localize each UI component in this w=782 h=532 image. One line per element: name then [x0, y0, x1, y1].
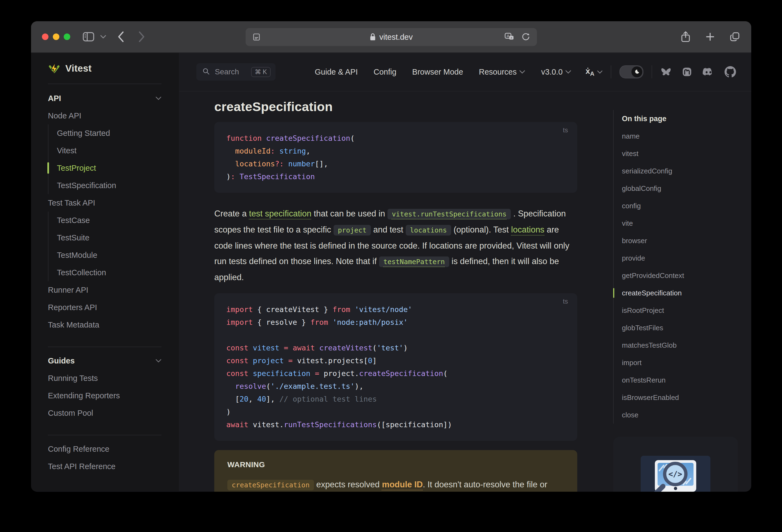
doc-content: createSpecification ts function createSp… [179, 92, 613, 492]
sidebar-item-running-tests[interactable]: Running Tests [48, 369, 162, 387]
sidebar-item-task-metadata[interactable]: Task Metadata [48, 316, 162, 333]
tab-overview-icon[interactable] [730, 31, 740, 42]
reload-icon[interactable] [521, 32, 530, 42]
outline-item-matchestestglob[interactable]: matchesTestGlob [622, 336, 751, 354]
code-block-example[interactable]: ts import { createVitest } from 'vitest/… [214, 293, 577, 441]
divider [48, 347, 162, 347]
minimize-window-button[interactable] [53, 34, 59, 40]
sidebar-item-testcase[interactable]: TestCase [57, 212, 162, 229]
sidebar-item-reporters-api[interactable]: Reporters API [48, 299, 162, 316]
code-block-signature[interactable]: ts function createSpecification( moduleI… [214, 122, 577, 193]
url-text: vitest.dev [379, 33, 413, 42]
code-inspection-illustration: </> [641, 456, 710, 492]
outline-item-provide[interactable]: provide [622, 249, 751, 267]
inline-code-link-vitest.runtestspecifications[interactable]: vitest.runTestSpecifications [387, 209, 511, 219]
page-menu-icon[interactable] [252, 33, 261, 41]
inline-code-link-testnamepattern[interactable]: testNamePattern [379, 256, 449, 267]
sidebar-item-testmodule[interactable]: TestModule [57, 246, 162, 264]
on-this-page-title: On this page [622, 110, 751, 128]
outline-item-isrootproject[interactable]: isRootProject [622, 302, 751, 319]
browser-chrome: vitest.dev Ax [31, 21, 751, 53]
language-icon: ẋA [585, 66, 594, 77]
sidebar-item-test-api-reference[interactable]: Test API Reference [48, 458, 162, 475]
sidebar-toggle-icon[interactable] [82, 31, 95, 42]
outline-item-ontestsrerun[interactable]: onTestsRerun [622, 371, 751, 389]
magnifier-code-icon: </> [663, 462, 687, 486]
top-nav: Guide & APIConfigBrowser ModeResourcesv3… [315, 68, 571, 76]
warning-body: createSpecification expects resolved mod… [227, 477, 564, 492]
search-label: Search [215, 68, 239, 76]
outline-item-serializedconfig[interactable]: serializedConfig [622, 162, 751, 180]
outline-item-import[interactable]: import [622, 354, 751, 371]
close-window-button[interactable] [42, 34, 48, 40]
outline-item-vite[interactable]: vite [622, 215, 751, 232]
moon-icon [632, 66, 642, 77]
outline-item-browser[interactable]: browser [622, 232, 751, 249]
sidebar-item-testsuite[interactable]: TestSuite [57, 229, 162, 246]
url-bar[interactable]: vitest.dev Ax [246, 28, 537, 46]
sidebar-item-custom-pool[interactable]: Custom Pool [48, 404, 162, 422]
mastodon-icon[interactable] [681, 66, 692, 77]
outline-item-getprovidedcontext[interactable]: getProvidedContext [622, 267, 751, 284]
discord-icon[interactable] [702, 67, 715, 77]
inline-code-locations: locations [406, 225, 451, 236]
chevron-down-icon[interactable] [100, 35, 106, 39]
sidebar-item-node-api[interactable]: Node API [48, 107, 162, 125]
zoom-window-button[interactable] [64, 34, 70, 40]
sidebar-item-vitest[interactable]: Vitest [57, 142, 162, 159]
nav-item-resources[interactable]: Resources [479, 68, 526, 76]
sidebar-section-api[interactable]: API [48, 90, 162, 107]
outline-item-name[interactable]: name [622, 128, 751, 145]
lock-icon [369, 33, 376, 41]
language-menu[interactable]: ẋA [585, 66, 603, 77]
new-tab-icon[interactable] [705, 32, 715, 42]
outline-item-isbrowserenabled[interactable]: isBrowserEnabled [622, 389, 751, 406]
divider [611, 65, 611, 78]
nav-item-guide-api[interactable]: Guide & API [315, 68, 358, 76]
outline-item-createspecification[interactable]: createSpecification [622, 284, 751, 302]
github-icon[interactable] [724, 66, 736, 78]
sidebar-section-guides[interactable]: Guides [48, 352, 162, 369]
code-example: import { createVitest } from 'vitest/nod… [226, 303, 565, 431]
nav-item-browser-mode[interactable]: Browser Mode [412, 68, 463, 76]
bluesky-icon[interactable] [660, 67, 672, 77]
sponsor-card[interactable]: </> [613, 437, 738, 492]
back-icon[interactable] [117, 31, 125, 42]
forward-icon[interactable] [138, 31, 145, 42]
sidebar-item-testcollection[interactable]: TestCollection [57, 264, 162, 281]
outline-item-globalconfig[interactable]: globalConfig [622, 180, 751, 197]
sidebar-item-getting-started[interactable]: Getting Started [57, 125, 162, 142]
inline-code-project: project [333, 225, 371, 236]
logo-text: Vitest [65, 63, 92, 74]
sidebar-item-testproject[interactable]: TestProject [57, 159, 162, 177]
search-button[interactable]: Search ⌘ K [196, 63, 276, 80]
nav-item-v3-0-0[interactable]: v3.0.0 [541, 68, 571, 76]
link-module-id[interactable]: module ID [382, 480, 423, 489]
translate-icon[interactable]: Ax [504, 32, 515, 42]
sidebar-item-test-task-api[interactable]: Test Task API [48, 194, 162, 212]
theme-toggle[interactable] [619, 65, 643, 78]
outline-items: namevitestserializedConfigglobalConfigco… [622, 128, 751, 424]
outline-item-config[interactable]: config [622, 197, 751, 215]
outline-item-vitest[interactable]: vitest [622, 145, 751, 162]
search-icon [202, 68, 210, 76]
link-test-specification[interactable]: test specification [249, 209, 312, 218]
sidebar-item-testspecification[interactable]: TestSpecification [57, 177, 162, 194]
svg-text:A: A [507, 34, 509, 38]
outline-item-globtestfiles[interactable]: globTestFiles [622, 319, 751, 336]
social-links [660, 66, 736, 78]
sidebar-item-config-reference[interactable]: Config Reference [48, 440, 162, 458]
nav-item-config[interactable]: Config [374, 68, 396, 76]
header-controls: ẋA [585, 65, 736, 78]
link-locations[interactable]: locations [511, 225, 544, 235]
sidebar-item-extending-reporters[interactable]: Extending Reporters [48, 387, 162, 404]
sidebar-item-runner-api[interactable]: Runner API [48, 281, 162, 299]
outline-item-close[interactable]: close [622, 406, 751, 424]
code-lang-badge: ts [563, 126, 568, 134]
on-this-page: On this page namevitestserializedConfigg… [613, 92, 751, 492]
share-icon[interactable] [680, 31, 691, 43]
divider [48, 435, 162, 435]
vitest-logo[interactable]: Vitest [48, 53, 162, 84]
search-shortcut: ⌘ K [251, 67, 271, 77]
traffic-lights [42, 34, 70, 40]
